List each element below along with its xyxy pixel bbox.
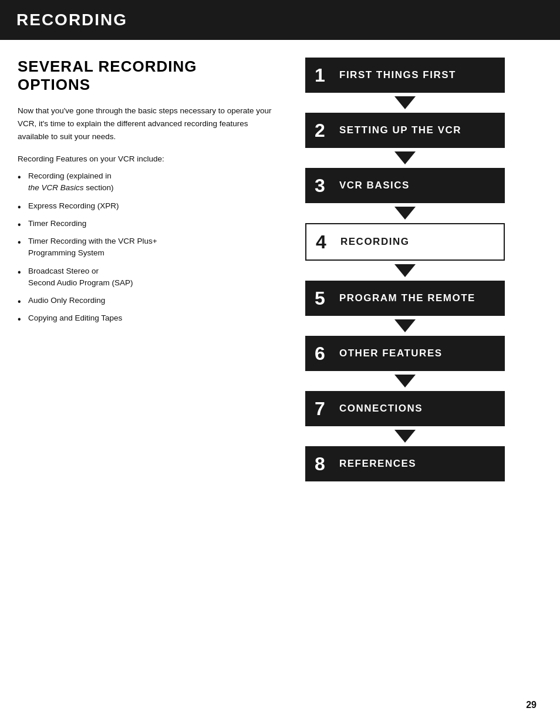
header-bar: RECORDING <box>0 0 560 40</box>
list-item: Audio Only Recording <box>18 295 276 306</box>
step-2-number: 2 <box>315 121 332 140</box>
list-item: Broadcast Stereo orSecond Audio Program … <box>18 265 276 289</box>
step-6-box: 6 OTHER FEATURES <box>305 336 505 371</box>
step-3-label: VCR BASICS <box>339 180 410 191</box>
list-item: Recording (explained inthe VCR Basics se… <box>18 170 276 194</box>
step-2-box: 2 SETTING UP THE VCR <box>305 113 505 148</box>
intro-text: Now that you've gone through the basic s… <box>18 105 276 143</box>
features-label: Recording Features on your VCR include: <box>18 154 276 163</box>
step-1-box: 1 FIRST THINGS FIRST <box>305 58 505 93</box>
list-item: Express Recording (XPR) <box>18 200 276 212</box>
arrow-2 <box>394 151 416 164</box>
main-content: SEVERAL RECORDING OPTIONS Now that you'v… <box>0 58 560 481</box>
left-column: SEVERAL RECORDING OPTIONS Now that you'v… <box>18 58 276 481</box>
arrow-3 <box>394 207 416 220</box>
step-1-number: 1 <box>315 66 332 85</box>
step-3-number: 3 <box>315 176 332 195</box>
step-6-number: 6 <box>315 344 332 363</box>
step-4-box: 4 RECORDING <box>305 223 505 261</box>
step-8-box: 8 REFERENCES <box>305 446 505 481</box>
step-8-number: 8 <box>315 454 332 473</box>
step-7-number: 7 <box>315 399 332 418</box>
bullet-list: Recording (explained inthe VCR Basics se… <box>18 170 276 325</box>
list-item: Timer Recording <box>18 218 276 230</box>
step-6-label: OTHER FEATURES <box>339 348 443 359</box>
list-item: Copying and Editing Tapes <box>18 312 276 324</box>
arrow-7 <box>394 430 416 443</box>
step-7-label: CONNECTIONS <box>339 403 423 414</box>
step-5-number: 5 <box>315 289 332 308</box>
step-1-label: FIRST THINGS FIRST <box>339 69 456 81</box>
page-title: RECORDING <box>16 11 544 29</box>
step-3-box: 3 VCR BASICS <box>305 168 505 203</box>
step-4-label: RECORDING <box>340 236 409 248</box>
step-2-label: SETTING UP THE VCR <box>339 124 461 136</box>
arrow-1 <box>394 96 416 109</box>
step-5-label: PROGRAM THE REMOTE <box>339 292 475 304</box>
step-8-label: REFERENCES <box>339 458 416 470</box>
arrow-4 <box>394 264 416 277</box>
arrow-6 <box>394 375 416 387</box>
arrow-5 <box>394 319 416 332</box>
step-4-number: 4 <box>316 232 333 251</box>
list-item: Timer Recording with the VCR Plus+Progra… <box>18 235 276 259</box>
section-title: SEVERAL RECORDING OPTIONS <box>18 58 276 94</box>
page-number: 29 <box>526 700 537 710</box>
right-column: 1 FIRST THINGS FIRST 2 SETTING UP THE VC… <box>299 58 511 481</box>
step-7-box: 7 CONNECTIONS <box>305 391 505 426</box>
step-5-box: 5 PROGRAM THE REMOTE <box>305 281 505 316</box>
